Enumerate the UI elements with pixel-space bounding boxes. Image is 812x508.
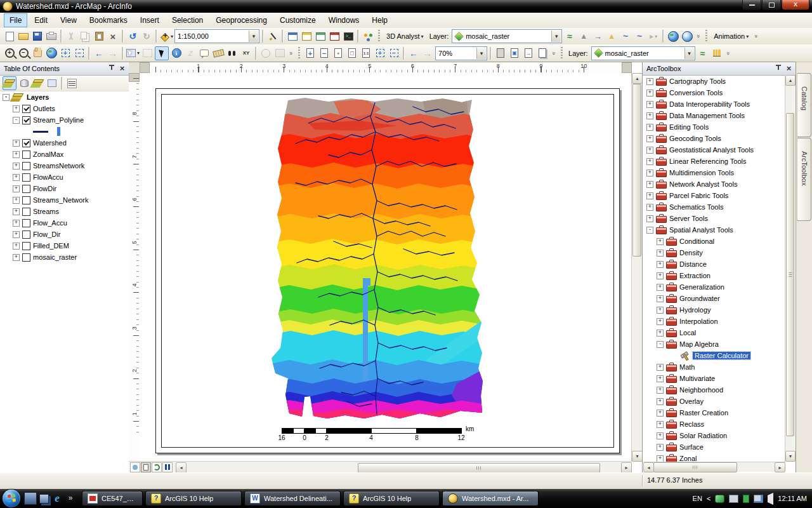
interpolate-line-icon[interactable] [619, 30, 632, 43]
scroll-thumb[interactable] [653, 462, 737, 472]
tray-usb-icon[interactable] [743, 495, 749, 503]
toolbar-overflow[interactable] [695, 30, 702, 43]
expander-icon[interactable]: + [657, 272, 664, 279]
toolset-math[interactable]: + Math [643, 361, 796, 373]
toolset-surface[interactable]: + Surface [643, 441, 796, 453]
toc-layer-flowdir[interactable]: + FlowDir [0, 183, 129, 194]
menu-view[interactable]: View [55, 13, 82, 27]
change-layout-icon[interactable] [522, 47, 535, 60]
scroll-thumb[interactable] [632, 84, 641, 257]
expander-icon[interactable]: + [646, 192, 653, 199]
expander-icon[interactable]: + [646, 101, 653, 108]
tray-network-icon[interactable] [754, 495, 763, 503]
tray-clock[interactable]: 12:11 AM [778, 495, 807, 502]
list-by-drawing-order-icon[interactable] [3, 76, 16, 90]
toolbox-spatial-analyst-tools[interactable]: - Spatial Analyst Tools [643, 224, 796, 236]
zoom-100-percent-icon[interactable] [360, 47, 372, 60]
forward-extent-layout-icon[interactable] [421, 47, 434, 60]
expander-icon[interactable]: + [13, 254, 20, 261]
start-button[interactable] [3, 490, 20, 507]
pin-icon[interactable] [108, 65, 115, 72]
spatial-analyst-layer-combo[interactable]: mosaic_raster [591, 46, 695, 60]
open-icon[interactable] [17, 30, 30, 43]
menu-edit[interactable]: Edit [29, 13, 53, 27]
scroll-up-arrow[interactable]: ▴ [632, 73, 643, 84]
quicklaunch-desktop-icon[interactable] [24, 492, 37, 505]
expander-icon[interactable]: + [646, 78, 653, 85]
expander-icon[interactable]: + [13, 208, 20, 215]
zoom-in-icon[interactable] [3, 47, 16, 60]
arctoolbox-window-icon[interactable] [328, 30, 341, 43]
redo-icon[interactable] [140, 30, 153, 43]
save-icon[interactable] [31, 30, 44, 43]
line-of-sight-icon[interactable] [591, 30, 604, 43]
layer-visibility-checkbox[interactable] [22, 139, 30, 147]
toolbox-parcel-fabric-tools[interactable]: + Parcel Fabric Tools [643, 190, 796, 201]
menu-help[interactable]: Help [366, 13, 393, 27]
expander-icon[interactable]: + [13, 231, 20, 238]
expander-icon[interactable]: + [646, 135, 653, 142]
zoom-in-layout-icon[interactable] [304, 47, 317, 60]
toolset-raster-creation[interactable]: + Raster Creation [643, 407, 796, 418]
expander-icon[interactable]: + [657, 421, 664, 428]
toolbar-overflow[interactable] [287, 47, 294, 60]
undo-icon[interactable] [126, 30, 139, 43]
map-vertical-scrollbar[interactable]: ▴ ▾ [631, 73, 642, 462]
fixed-zoom-in-layout-icon[interactable] [374, 47, 386, 60]
expander-icon[interactable]: + [657, 455, 664, 462]
expander-icon[interactable]: + [657, 261, 664, 268]
pan-layout-icon[interactable] [332, 47, 344, 60]
toc-layer-flow-accu[interactable]: + Flow_Accu [0, 217, 129, 229]
tray-volume-icon[interactable] [768, 493, 773, 505]
expander-icon[interactable]: - [646, 227, 653, 234]
expander-icon[interactable]: + [646, 147, 653, 154]
scroll-left-arrow[interactable]: ◂ [176, 462, 187, 473]
minimize-button[interactable] [742, 0, 761, 10]
toolset-density[interactable]: + Density [643, 247, 796, 258]
new-document-icon[interactable] [3, 30, 16, 43]
toolbar-overflow[interactable] [752, 30, 759, 43]
menu-windows[interactable]: Windows [323, 13, 365, 27]
delete-icon[interactable] [107, 30, 119, 43]
fixed-zoom-out-layout-icon[interactable] [388, 47, 400, 60]
scroll-thumb[interactable] [786, 113, 794, 436]
toolset-hydrology[interactable]: + Hydrology [643, 304, 796, 316]
expander-icon[interactable]: + [646, 215, 653, 222]
quicklaunch-ie-icon[interactable] [51, 493, 63, 504]
expander-icon[interactable]: + [13, 163, 20, 170]
clear-selection-icon[interactable] [141, 47, 154, 60]
html-popup-icon[interactable] [198, 47, 211, 60]
taskbar-watershed-doc[interactable]: Watershed Delineati... [244, 491, 341, 506]
time-slider-icon[interactable] [259, 47, 272, 60]
toc-layers-root[interactable]: - Layers [0, 91, 129, 103]
toc-layer-watershed[interactable]: + Watershed [0, 137, 129, 149]
identify-icon[interactable] [170, 47, 183, 60]
toolset-overlay[interactable]: + Overlay [643, 396, 796, 407]
toc-layer-mosaic-raster[interactable]: + mosaic_raster [0, 251, 129, 263]
catalog-window-icon[interactable] [300, 30, 313, 43]
scroll-right-arrow[interactable]: ▸ [621, 462, 632, 473]
toolset-solar-radiation[interactable]: + Solar Radiation [643, 430, 796, 441]
scroll-left-arrow[interactable]: ◂ [643, 462, 654, 472]
arctoolbox-horizontal-scrollbar[interactable]: ◂ ▸ [643, 462, 785, 472]
toolset-extraction[interactable]: + Extraction [643, 270, 796, 281]
expander-icon[interactable]: + [646, 158, 653, 165]
focus-data-frame-icon[interactable] [508, 47, 521, 60]
layer-visibility-checkbox[interactable] [22, 196, 30, 204]
fixed-zoom-out-icon[interactable] [73, 47, 86, 60]
layer-visibility-checkbox[interactable] [22, 173, 30, 182]
toc-layer-flow-dir[interactable]: + Flow_Dir [0, 229, 129, 240]
quicklaunch-overflow[interactable]: » [65, 492, 75, 505]
side-tab-catalog[interactable]: Catalog [797, 73, 811, 137]
toolbox-linear-referencing-tools[interactable]: + Linear Referencing Tools [643, 156, 796, 167]
tray-chevron[interactable]: < [707, 495, 710, 502]
expander-icon[interactable]: + [13, 197, 20, 204]
go-forward-extent-icon[interactable] [107, 47, 119, 60]
menu-file[interactable]: File [4, 13, 27, 27]
select-features-icon[interactable] [126, 47, 140, 60]
menu-insert[interactable]: Insert [134, 13, 165, 27]
layer-visibility-checkbox[interactable] [22, 116, 30, 124]
interpolate-polygon-icon[interactable] [633, 30, 646, 43]
menu-bookmarks[interactable]: Bookmarks [84, 13, 133, 27]
data-view-button[interactable] [130, 462, 140, 472]
